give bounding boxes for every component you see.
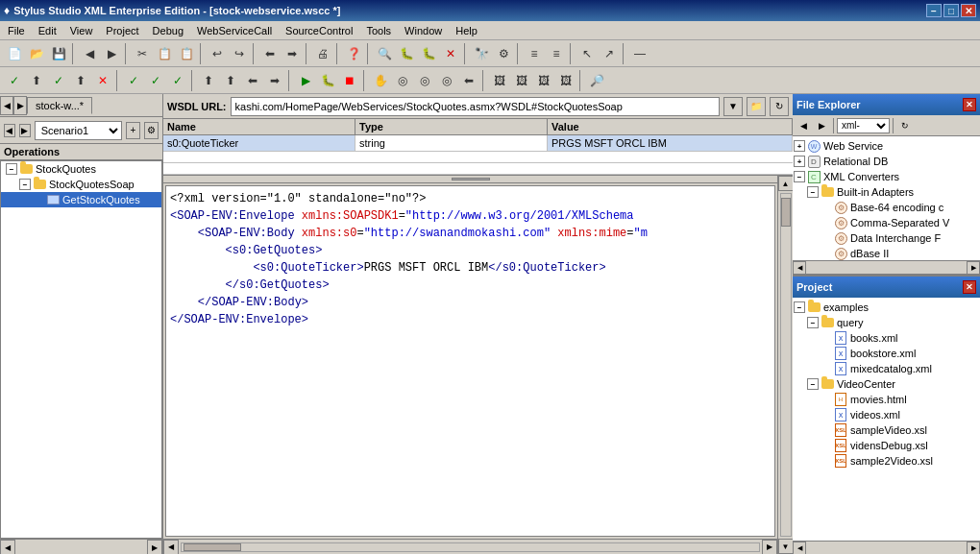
tb2-right[interactable]: ➡ [264,70,285,91]
tb2-img3[interactable]: 🖼 [533,70,554,91]
xml-vscroll-thumb[interactable] [781,198,791,227]
tb2-check4[interactable]: ✓ [145,70,166,91]
scenario-props[interactable]: ⚙ [144,122,159,139]
proj-expand-query[interactable]: − [807,317,819,328]
proj-node-mixedcatalog[interactable]: X mixedcatalog.xml [793,361,980,376]
proj-node-videos[interactable]: X videos.xml [793,407,980,422]
tb-redo[interactable]: ↪ [229,43,250,64]
wsdl-load[interactable]: ↻ [770,97,789,116]
tb2-x[interactable]: ✕ [92,70,113,91]
tb2-circle3[interactable]: ◎ [436,70,457,91]
tb2-zoom[interactable]: 🔎 [586,70,607,91]
fe-node-base64[interactable]: ⚙ Base-64 encoding c [793,200,980,215]
xml-editor[interactable]: <?xml version="1.0" standalone="no"?> <S… [165,185,775,537]
proj-node-bookstore[interactable]: X bookstore.xml [793,346,980,361]
fe-scroll-left[interactable]: ◀ [793,261,806,275]
xml-vscroll-up[interactable]: ▲ [778,176,794,191]
proj-node-movies[interactable]: H movies.html [793,392,980,407]
tb2-img4[interactable]: 🖼 [555,70,576,91]
scenario-select[interactable]: Scenario1 [35,121,122,140]
tb2-hand[interactable]: ✋ [370,70,391,91]
tab-stock-w[interactable]: stock-w...* [27,97,92,114]
tb-dash[interactable]: — [629,43,650,64]
tab-next-button[interactable]: ▶ [13,96,27,115]
tb-list1[interactable]: ≡ [524,43,545,64]
fe-btn-forward[interactable]: ▶ [813,117,830,134]
param-name-0[interactable]: s0:QuoteTicker [163,135,355,151]
left-scroll-right[interactable]: ▶ [147,540,162,554]
tab-prev-button[interactable]: ◀ [0,96,13,115]
project-close[interactable]: ✕ [963,280,976,294]
tb2-stop[interactable]: ⏹ [339,70,360,91]
minimize-button[interactable]: − [926,4,942,17]
proj-node-examples[interactable]: − examples [793,300,980,315]
tb-arrow2[interactable]: ↗ [599,43,620,64]
tb-undo[interactable]: ↩ [207,43,228,64]
fe-node-dataintchg[interactable]: ⚙ Data Interchange F [793,230,980,246]
wsdl-url-input[interactable] [231,97,720,116]
xml-scroll-thumb[interactable] [184,543,241,551]
tree-node-getstockquotes[interactable]: GetStockQuotes [1,192,161,207]
xml-scroll-right[interactable]: ▶ [762,540,777,555]
proj-expand-videocenter[interactable]: − [807,378,819,390]
wsdl-browse[interactable]: 📁 [747,97,766,116]
menu-project[interactable]: Project [100,23,144,38]
tb-reload-right[interactable]: ➡ [282,43,303,64]
scenario-add[interactable]: + [126,122,140,139]
param-value-0[interactable]: PRGS MSFT ORCL IBM [548,135,793,151]
xml-drag-bar[interactable] [163,176,777,183]
tb-gear[interactable]: ⚙ [493,43,514,64]
tb-back[interactable]: ◀ [79,43,100,64]
tb2-img1[interactable]: 🖼 [489,70,510,91]
tb2-circle2[interactable]: ◎ [414,70,435,91]
proj-node-query[interactable]: − query [793,315,980,330]
tb-find[interactable]: 🔍 [374,43,395,64]
tb-save[interactable]: 💾 [48,43,69,64]
fe-expand-builtinadapters[interactable]: − [807,186,819,198]
xml-scroll-left[interactable]: ◀ [163,540,179,555]
proj-node-vidensdebug[interactable]: XSL vidensDebug.xsl [793,438,980,453]
tb-reload-left[interactable]: ⬅ [259,43,281,64]
tb-binocular[interactable]: 🔭 [471,43,492,64]
scenario-prev[interactable]: ◀ [4,124,15,137]
tree-expand-stockquotes[interactable]: − [6,163,17,175]
proj-node-samplevideo[interactable]: XSL sampleVideo.xsl [793,422,980,438]
fe-node-webservice[interactable]: + W Web Service [793,138,980,154]
tb-bug1[interactable]: 🐛 [396,43,417,64]
fe-btn-refresh[interactable]: ↻ [896,117,914,134]
menu-help[interactable]: Help [450,23,483,38]
menu-view[interactable]: View [64,23,99,38]
proj-node-sample2video[interactable]: XSL sample2Video.xsl [793,453,980,469]
tb2-nav1[interactable]: ⬆ [198,70,219,91]
tb-open[interactable]: 📂 [26,43,47,64]
proj-node-videocenter[interactable]: − VideoCenter [793,376,980,392]
menu-edit[interactable]: Edit [33,23,62,38]
tree-node-stockquotes[interactable]: − StockQuotes [1,161,161,177]
wsdl-dropdown[interactable]: ▼ [723,97,743,116]
menu-tools[interactable]: Tools [360,23,397,38]
tb2-left[interactable]: ⬅ [242,70,263,91]
fe-node-csv[interactable]: ⚙ Comma-Separated V [793,215,980,230]
tree-node-stockquotessoap[interactable]: − StockQuotesSoap [1,177,161,192]
tb-cut[interactable]: ✂ [132,43,153,64]
tb2-play[interactable]: ▶ [295,70,316,91]
tb2-up2[interactable]: ⬆ [70,70,91,91]
fe-expand-relationaldb[interactable]: + [794,156,805,167]
tb-copy[interactable]: 📋 [154,43,175,64]
scenario-next[interactable]: ▶ [19,124,31,137]
menu-window[interactable]: Window [399,23,448,38]
tb-bug2[interactable]: 🐛 [418,43,439,64]
menu-webservicecall[interactable]: WebServiceCall [191,23,278,38]
left-scroll-left[interactable]: ◀ [0,540,15,554]
tb2-check1[interactable]: ✓ [4,70,25,91]
proj-expand-examples[interactable]: − [794,301,805,313]
tb2-check3[interactable]: ✓ [123,70,144,91]
fe-btn-back[interactable]: ◀ [795,117,812,134]
tb2-img2[interactable]: 🖼 [511,70,532,91]
tb-bug3[interactable]: ✕ [440,43,461,64]
tb2-left2[interactable]: ⬅ [458,70,479,91]
tb2-check2[interactable]: ✓ [48,70,69,91]
tb2-bug[interactable]: 🐛 [317,70,338,91]
file-explorer-close[interactable]: ✕ [963,98,976,111]
tb2-up1[interactable]: ⬆ [26,70,47,91]
